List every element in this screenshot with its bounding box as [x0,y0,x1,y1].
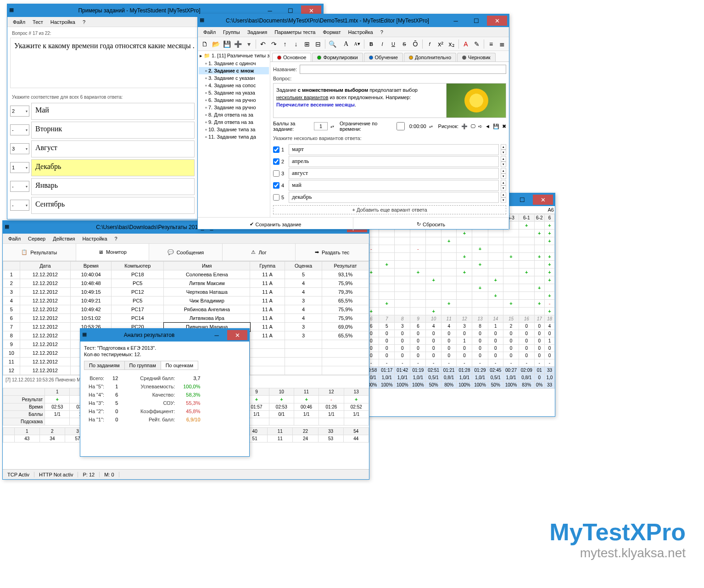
answer-select[interactable]: 3▾ [10,143,29,154]
add-icon[interactable]: ➕ [233,39,243,49]
font-larger-icon[interactable]: A [341,39,351,49]
search-icon[interactable]: 🔍 [327,39,337,49]
tree-item[interactable]: ▫ 9. Для ответа на за [199,118,269,126]
open-icon[interactable]: 📂 [211,39,221,49]
editor-tab[interactable]: Дополнительно [404,53,456,62]
reset-task-button[interactable]: ↻ Сбросить [353,218,509,231]
answer-text[interactable]: Январь [31,178,195,195]
answer-select[interactable]: -▾ [10,181,29,192]
option-checkbox[interactable] [273,158,279,165]
minimize-button[interactable]: ─ [207,330,227,340]
name-input[interactable] [300,65,506,74]
menu-item[interactable]: Сервер [24,235,49,242]
editor-titlebar[interactable]: ▦ C:\Users\bas\Documents\MyTestXPro\Demo… [198,14,509,27]
tree-item[interactable]: ▫ 6. Задание на ручно [199,96,269,104]
menu-item[interactable]: ? [377,28,387,36]
answer-text[interactable]: Декабрь [31,159,195,176]
numbered-list-icon[interactable]: ≣ [497,39,507,49]
pic-save-icon[interactable]: 💾 [493,123,499,129]
menu-item[interactable]: Параметры теста [271,28,319,36]
answer-text[interactable]: Сентябрь [31,197,195,214]
save-icon[interactable]: 💾 [222,39,232,49]
font-smaller-icon[interactable]: A▾ [352,39,362,49]
analysis-tab[interactable]: По оценкам [161,361,198,370]
question-editor[interactable]: Задание с множественным выбором предпола… [273,83,506,118]
pic-delete-icon[interactable]: ✖ [502,123,506,129]
bold-icon[interactable]: B [366,39,376,49]
maximize-button[interactable]: ☐ [512,195,532,205]
score-input[interactable] [314,122,328,130]
menu-item[interactable]: ? [111,235,121,242]
answer-text[interactable]: Август [31,140,195,157]
sup-icon[interactable]: x² [436,39,446,49]
expand-icon[interactable]: ⊞ [302,39,312,49]
list-icon[interactable]: ≡ [486,39,496,49]
redo-icon[interactable]: ↷ [269,39,279,49]
new-icon[interactable]: 🗋 [200,39,210,49]
tree-panel[interactable]: ▸ 📁 1. [11] Различные типы з▫ 1. Задание… [198,51,270,217]
pic-view-icon[interactable]: 🖵 [470,123,475,129]
menu-item[interactable]: Файл [5,235,24,242]
menu-item[interactable]: Группы [219,28,244,36]
option-checkbox[interactable] [273,182,279,189]
tree-item[interactable]: ▫ 8. Для ответа на за [199,111,269,118]
tree-item[interactable]: ▫ 4. Задание на сопос [199,82,269,89]
formula-icon[interactable]: f [425,39,435,49]
tree-item[interactable]: ▫ 1. Задание с одиноч [199,60,269,67]
option-text[interactable]: май [289,180,499,191]
results-tab[interactable]: ⚠Лог [223,244,296,261]
sub-icon[interactable]: x₂ [447,39,457,49]
close-button[interactable]: ✕ [487,16,507,26]
results-tab[interactable]: ➡Раздать тес [296,244,369,261]
tree-item[interactable]: ▫ 10. Задание типа за [199,126,269,133]
underline-icon[interactable]: U [388,39,398,49]
tree-item[interactable]: ▫ 3. Задание с указан [199,74,269,82]
tree-item[interactable]: ▫ 7. Задание на ручно [199,104,269,111]
menu-item[interactable]: Формат [319,28,344,36]
results-tab[interactable]: 📋Результаты [3,244,76,261]
dropdown-icon[interactable]: ▾ [244,39,254,49]
editor-tab[interactable]: Формулировки [312,53,363,62]
down-icon[interactable]: ↓ [291,39,301,49]
analysis-tab[interactable]: По группам [124,361,161,370]
minimize-button[interactable]: ─ [446,16,466,26]
menu-item[interactable]: Настройка [47,18,79,26]
menu-item[interactable]: Задания [244,28,271,36]
tree-item[interactable]: ▫ 5. Задание на указа [199,89,269,96]
tree-root[interactable]: ▸ 📁 1. [11] Различные типы з [199,52,269,60]
option-checkbox[interactable] [273,170,279,177]
maximize-button[interactable]: ☐ [466,16,486,26]
highlight-icon[interactable]: ✎ [472,39,482,49]
option-text[interactable]: декабрь [289,192,499,203]
tree-item[interactable]: ▫ 11. Задание типа да [199,133,269,140]
menu-item[interactable]: Файл [9,18,29,26]
overline-icon[interactable]: Ō [410,39,420,49]
menu-item[interactable]: ? [79,18,89,26]
pic-move-icon[interactable]: ➪ [478,123,482,129]
menu-item[interactable]: Тест [29,18,47,26]
answer-text[interactable]: Вторник [31,122,195,139]
menu-item[interactable]: Настройка [78,235,111,242]
menu-item[interactable]: Действия [49,235,78,242]
answer-select[interactable]: 2▾ [10,106,29,117]
answer-select[interactable]: -▾ [10,124,29,135]
close-button[interactable]: ✕ [227,330,247,340]
analysis-titlebar[interactable]: ▦ Анализ результатов ─ ✕ [80,329,249,342]
time-spin[interactable]: ▴▾ [429,124,433,129]
tree-item[interactable]: ▫ 2. Задание с множ [199,67,269,74]
menu-item[interactable]: Файл [200,28,219,36]
option-text[interactable]: август [289,168,499,179]
strike-icon[interactable]: S [399,39,409,49]
answer-text[interactable]: Май [31,103,195,120]
editor-tab[interactable]: Основное [272,53,311,62]
collapse-icon[interactable]: ⊟ [313,39,323,49]
option-text[interactable]: апрель [289,156,499,167]
add-option-button[interactable]: + Добавить еще вариант ответа [273,205,506,214]
text-color-icon[interactable]: A [461,39,471,49]
pic-left-icon[interactable]: ◄ [485,123,490,129]
results-tab[interactable]: 🖥Монитор [76,244,150,261]
option-checkbox[interactable] [273,194,279,201]
undo-icon[interactable]: ↶ [258,39,268,49]
editor-tab[interactable]: Обучение [364,53,403,62]
italic-icon[interactable]: I [377,39,387,49]
